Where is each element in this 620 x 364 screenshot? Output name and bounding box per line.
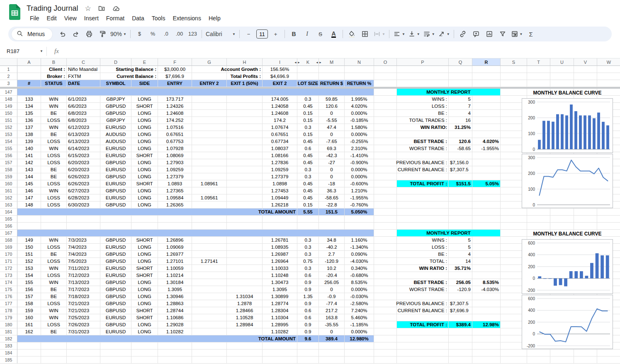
row-header-162[interactable]: 162 bbox=[0, 194, 17, 201]
cell-O178[interactable] bbox=[374, 307, 397, 314]
text-wrap-button[interactable]: ▼ bbox=[422, 29, 436, 39]
cell-M148[interactable]: 59.85 bbox=[319, 96, 345, 103]
cell-H150[interactable] bbox=[227, 110, 263, 117]
cell-R166[interactable] bbox=[472, 223, 501, 230]
cell-O163[interactable] bbox=[374, 201, 397, 209]
cell-F155[interactable]: 1.07928 bbox=[158, 145, 192, 152]
cell-E166[interactable] bbox=[131, 223, 158, 230]
cell-D149[interactable]: GBPUSD bbox=[100, 103, 131, 110]
cell-A174[interactable]: 155 bbox=[17, 279, 41, 286]
cell-N175[interactable]: 0.000% bbox=[345, 286, 374, 293]
cell-N166[interactable] bbox=[345, 223, 374, 230]
cell-I2[interactable]: $4,696.9 bbox=[263, 73, 297, 80]
cell-R176[interactable] bbox=[472, 293, 501, 300]
cell-K172[interactable]: 0.3 bbox=[297, 265, 319, 272]
cell-R153[interactable] bbox=[472, 131, 501, 138]
cell-F166[interactable] bbox=[158, 223, 192, 230]
cell-P180[interactable]: TOTAL PROFIT : bbox=[397, 321, 449, 328]
cell-T166[interactable] bbox=[527, 223, 550, 230]
strikethrough-button[interactable]: S bbox=[314, 29, 327, 39]
cell-A173[interactable]: 154 bbox=[17, 272, 41, 279]
redo-button[interactable] bbox=[69, 29, 82, 39]
cell-O171[interactable] bbox=[374, 258, 397, 265]
cell-G163[interactable] bbox=[192, 201, 227, 209]
increase-font-size-button[interactable]: + bbox=[269, 29, 282, 39]
cell-K163[interactable]: 0.15 bbox=[297, 201, 319, 209]
cell-C158[interactable]: 6/20/2023 bbox=[67, 166, 100, 173]
cell-Q155[interactable]: -58.65 bbox=[449, 145, 472, 152]
cell-B173[interactable]: LOSS bbox=[41, 272, 67, 279]
cell-R183[interactable] bbox=[472, 342, 501, 349]
cell-Q172[interactable]: 35.71% bbox=[449, 265, 472, 272]
cell-Q170[interactable]: 4 bbox=[449, 251, 472, 258]
cell-P149[interactable]: LOSS : bbox=[397, 103, 449, 110]
cell-R155[interactable]: -1.955% bbox=[472, 145, 501, 152]
cell-M149[interactable]: 120.6 bbox=[319, 103, 345, 110]
cell-P164[interactable] bbox=[397, 209, 449, 216]
column-header-W[interactable]: W bbox=[597, 58, 620, 66]
cell-D150[interactable]: GBPUSD bbox=[100, 110, 131, 117]
cell-O173[interactable] bbox=[374, 272, 397, 279]
cell-K177[interactable]: 0.9 bbox=[297, 300, 319, 307]
row-header-147[interactable]: 147 bbox=[0, 89, 17, 96]
cell-G169[interactable] bbox=[192, 244, 227, 251]
cell-O177[interactable] bbox=[374, 300, 397, 307]
cell-Q173[interactable] bbox=[449, 272, 472, 279]
cell-P171[interactable]: TOTAL : bbox=[397, 258, 449, 265]
cell-I183[interactable] bbox=[263, 342, 297, 349]
cell-O166[interactable] bbox=[374, 223, 397, 230]
row-header-153[interactable]: 153 bbox=[0, 131, 17, 138]
cell-M168[interactable]: 34.8 bbox=[319, 237, 345, 244]
cell-V185[interactable] bbox=[574, 357, 597, 364]
column-header-D[interactable]: D bbox=[100, 58, 131, 66]
cell-N176[interactable]: -0.030% bbox=[345, 293, 374, 300]
cell-H178[interactable]: 1.28466 bbox=[227, 307, 263, 314]
cell-G156[interactable] bbox=[192, 152, 227, 159]
cell-A165[interactable] bbox=[17, 216, 41, 223]
cell-E161[interactable]: LONG bbox=[131, 187, 158, 194]
cell-K158[interactable]: 0.3 bbox=[297, 166, 319, 173]
cell-M157[interactable]: -27 bbox=[319, 159, 345, 166]
cell-I159[interactable]: 1.27379 bbox=[263, 173, 297, 180]
cell-G179[interactable] bbox=[192, 314, 227, 321]
cell-O2[interactable] bbox=[374, 73, 397, 80]
cell-O154[interactable] bbox=[374, 138, 397, 145]
cell-C165[interactable] bbox=[67, 216, 100, 223]
functions-button[interactable]: Σ bbox=[525, 29, 537, 39]
row-header-150[interactable]: 150 bbox=[0, 110, 17, 117]
cell-Q156[interactable] bbox=[449, 152, 472, 159]
cell-A147[interactable] bbox=[17, 89, 374, 96]
cell-I150[interactable]: 1.24608 bbox=[263, 110, 297, 117]
cell-Q168[interactable]: 5 bbox=[449, 237, 472, 244]
cell-Q3[interactable] bbox=[449, 80, 472, 87]
cell-C163[interactable]: 6/30/2023 bbox=[67, 201, 100, 209]
cell-F3[interactable]: ENTRY bbox=[158, 80, 192, 87]
cell-A152[interactable]: 137 bbox=[17, 124, 41, 131]
cell-N151[interactable]: -0.185% bbox=[345, 117, 374, 124]
row-header-151[interactable]: 151 bbox=[0, 117, 17, 124]
cell-D184[interactable] bbox=[100, 349, 131, 357]
cell-B162[interactable]: LOSS bbox=[41, 194, 67, 201]
cell-O180[interactable] bbox=[374, 321, 397, 328]
cell-I179[interactable]: 1.10304 bbox=[263, 314, 297, 321]
cell-D163[interactable]: GBPUSD bbox=[100, 201, 131, 209]
cell-T2[interactable] bbox=[527, 73, 550, 80]
cell-R173[interactable] bbox=[472, 272, 501, 279]
cell-N182[interactable]: 12.980% bbox=[345, 335, 374, 342]
cell-H183[interactable] bbox=[227, 342, 263, 349]
cell-B160[interactable]: LOSS bbox=[41, 180, 67, 187]
cell-A171[interactable]: 152 bbox=[17, 258, 41, 265]
cell-A183[interactable] bbox=[17, 342, 41, 349]
cell-O157[interactable] bbox=[374, 159, 397, 166]
cell-N160[interactable]: -0.600% bbox=[345, 180, 374, 187]
cell-N164[interactable]: 5.050% bbox=[345, 209, 374, 216]
cell-F152[interactable]: 1.07516 bbox=[158, 124, 192, 131]
cell-K185[interactable] bbox=[297, 357, 319, 364]
cell-M154[interactable]: -7.65 bbox=[319, 138, 345, 145]
cell-P160[interactable]: TOTAL PROFIT : bbox=[397, 180, 449, 187]
cell-C160[interactable]: 6/26/2023 bbox=[67, 180, 100, 187]
cell-P163[interactable] bbox=[397, 201, 449, 209]
cell-B157[interactable]: LOSS bbox=[41, 159, 67, 166]
cell-P170[interactable]: BE : bbox=[397, 251, 449, 258]
cell-B155[interactable]: WIN bbox=[41, 145, 67, 152]
